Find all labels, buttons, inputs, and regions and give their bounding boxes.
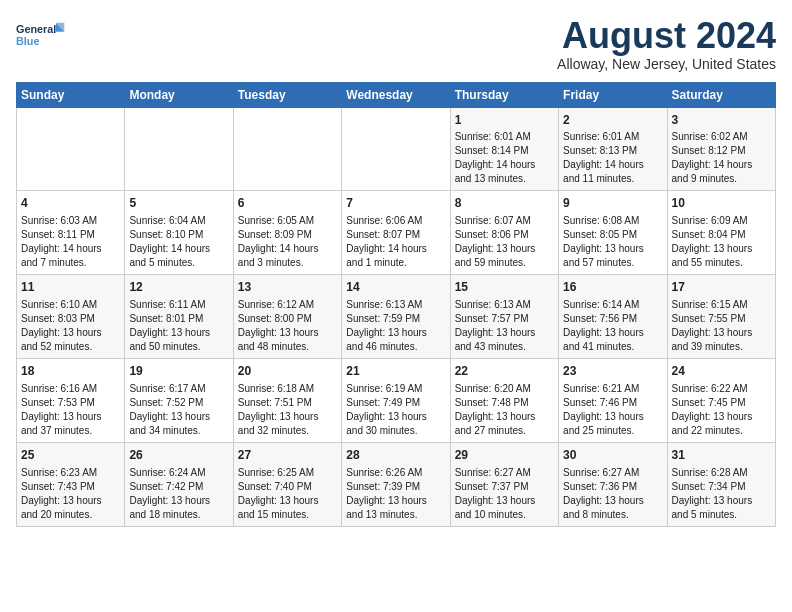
day-info-line: and 34 minutes. <box>129 424 228 438</box>
day-cell-15: 15Sunrise: 6:13 AMSunset: 7:57 PMDayligh… <box>450 275 558 359</box>
day-info-line: Sunset: 8:09 PM <box>238 228 337 242</box>
day-info-line: and 46 minutes. <box>346 340 445 354</box>
day-cell-3: 3Sunrise: 6:02 AMSunset: 8:12 PMDaylight… <box>667 107 775 191</box>
day-cell-26: 26Sunrise: 6:24 AMSunset: 7:42 PMDayligh… <box>125 442 233 526</box>
day-info-line: Daylight: 13 hours <box>238 494 337 508</box>
day-info-line: Daylight: 13 hours <box>21 494 120 508</box>
day-info-line: and 3 minutes. <box>238 256 337 270</box>
day-cell-11: 11Sunrise: 6:10 AMSunset: 8:03 PMDayligh… <box>17 275 125 359</box>
day-info-line: Sunset: 7:59 PM <box>346 312 445 326</box>
day-info-line: Daylight: 13 hours <box>129 326 228 340</box>
day-cell-4: 4Sunrise: 6:03 AMSunset: 8:11 PMDaylight… <box>17 191 125 275</box>
day-info-line: Sunrise: 6:10 AM <box>21 298 120 312</box>
day-number: 7 <box>346 195 445 212</box>
day-number: 5 <box>129 195 228 212</box>
day-info-line: Sunset: 7:40 PM <box>238 480 337 494</box>
day-cell-20: 20Sunrise: 6:18 AMSunset: 7:51 PMDayligh… <box>233 358 341 442</box>
day-info-line: and 7 minutes. <box>21 256 120 270</box>
day-info-line: Sunrise: 6:15 AM <box>672 298 771 312</box>
day-info-line: and 5 minutes. <box>672 508 771 522</box>
day-info-line: Sunset: 8:05 PM <box>563 228 662 242</box>
day-cell-9: 9Sunrise: 6:08 AMSunset: 8:05 PMDaylight… <box>559 191 667 275</box>
day-info-line: Sunset: 8:04 PM <box>672 228 771 242</box>
day-info-line: Sunrise: 6:11 AM <box>129 298 228 312</box>
day-info-line: Daylight: 14 hours <box>346 242 445 256</box>
day-number: 13 <box>238 279 337 296</box>
svg-text:Blue: Blue <box>16 35 39 47</box>
day-info-line: Sunrise: 6:17 AM <box>129 382 228 396</box>
day-cell-29: 29Sunrise: 6:27 AMSunset: 7:37 PMDayligh… <box>450 442 558 526</box>
day-info-line: Daylight: 13 hours <box>563 410 662 424</box>
day-info-line: Daylight: 13 hours <box>455 242 554 256</box>
weekday-header-sunday: Sunday <box>17 82 125 107</box>
day-cell-empty <box>125 107 233 191</box>
day-info-line: Sunrise: 6:18 AM <box>238 382 337 396</box>
day-number: 1 <box>455 112 554 129</box>
day-info-line: Daylight: 14 hours <box>21 242 120 256</box>
week-row-4: 18Sunrise: 6:16 AMSunset: 7:53 PMDayligh… <box>17 358 776 442</box>
day-number: 28 <box>346 447 445 464</box>
day-info-line: Sunrise: 6:16 AM <box>21 382 120 396</box>
day-number: 18 <box>21 363 120 380</box>
day-info-line: Sunrise: 6:28 AM <box>672 466 771 480</box>
day-number: 15 <box>455 279 554 296</box>
month-title: August 2024 <box>557 16 776 56</box>
day-info-line: and 9 minutes. <box>672 172 771 186</box>
week-row-5: 25Sunrise: 6:23 AMSunset: 7:43 PMDayligh… <box>17 442 776 526</box>
weekday-header-tuesday: Tuesday <box>233 82 341 107</box>
day-info-line: and 30 minutes. <box>346 424 445 438</box>
day-info-line: Sunset: 7:55 PM <box>672 312 771 326</box>
day-number: 3 <box>672 112 771 129</box>
day-info-line: Sunrise: 6:21 AM <box>563 382 662 396</box>
title-block: August 2024 Alloway, New Jersey, United … <box>557 16 776 72</box>
day-info-line: Sunset: 7:46 PM <box>563 396 662 410</box>
day-info-line: Sunrise: 6:07 AM <box>455 214 554 228</box>
day-info-line: and 59 minutes. <box>455 256 554 270</box>
day-info-line: Daylight: 13 hours <box>455 494 554 508</box>
day-info-line: Sunset: 7:39 PM <box>346 480 445 494</box>
day-cell-24: 24Sunrise: 6:22 AMSunset: 7:45 PMDayligh… <box>667 358 775 442</box>
day-cell-21: 21Sunrise: 6:19 AMSunset: 7:49 PMDayligh… <box>342 358 450 442</box>
day-info-line: Sunset: 8:06 PM <box>455 228 554 242</box>
day-info-line: Daylight: 13 hours <box>21 326 120 340</box>
day-info-line: Sunset: 8:00 PM <box>238 312 337 326</box>
day-cell-17: 17Sunrise: 6:15 AMSunset: 7:55 PMDayligh… <box>667 275 775 359</box>
day-info-line: Sunset: 7:36 PM <box>563 480 662 494</box>
day-number: 26 <box>129 447 228 464</box>
day-cell-8: 8Sunrise: 6:07 AMSunset: 8:06 PMDaylight… <box>450 191 558 275</box>
logo-svg: General Blue <box>16 16 66 56</box>
day-info-line: Sunset: 8:14 PM <box>455 144 554 158</box>
day-info-line: and 25 minutes. <box>563 424 662 438</box>
day-info-line: Sunset: 7:57 PM <box>455 312 554 326</box>
day-info-line: Daylight: 13 hours <box>672 326 771 340</box>
day-number: 22 <box>455 363 554 380</box>
day-info-line: Sunrise: 6:20 AM <box>455 382 554 396</box>
day-info-line: Sunset: 8:01 PM <box>129 312 228 326</box>
day-number: 20 <box>238 363 337 380</box>
day-number: 14 <box>346 279 445 296</box>
day-info-line: Sunrise: 6:03 AM <box>21 214 120 228</box>
day-info-line: Sunset: 7:52 PM <box>129 396 228 410</box>
day-info-line: and 27 minutes. <box>455 424 554 438</box>
day-cell-1: 1Sunrise: 6:01 AMSunset: 8:14 PMDaylight… <box>450 107 558 191</box>
day-info-line: and 41 minutes. <box>563 340 662 354</box>
day-info-line: Sunset: 8:10 PM <box>129 228 228 242</box>
day-cell-5: 5Sunrise: 6:04 AMSunset: 8:10 PMDaylight… <box>125 191 233 275</box>
day-info-line: and 8 minutes. <box>563 508 662 522</box>
weekday-header-friday: Friday <box>559 82 667 107</box>
day-info-line: Sunset: 8:03 PM <box>21 312 120 326</box>
day-cell-19: 19Sunrise: 6:17 AMSunset: 7:52 PMDayligh… <box>125 358 233 442</box>
day-info-line: Sunset: 7:48 PM <box>455 396 554 410</box>
day-info-line: Daylight: 13 hours <box>455 410 554 424</box>
day-info-line: Sunrise: 6:27 AM <box>563 466 662 480</box>
day-cell-7: 7Sunrise: 6:06 AMSunset: 8:07 PMDaylight… <box>342 191 450 275</box>
day-info-line: and 18 minutes. <box>129 508 228 522</box>
day-number: 31 <box>672 447 771 464</box>
day-info-line: Sunrise: 6:23 AM <box>21 466 120 480</box>
calendar-container: General Blue August 2024 Alloway, New Je… <box>0 0 792 535</box>
day-info-line: Sunrise: 6:09 AM <box>672 214 771 228</box>
day-info-line: Daylight: 14 hours <box>455 158 554 172</box>
day-info-line: and 57 minutes. <box>563 256 662 270</box>
day-info-line: and 22 minutes. <box>672 424 771 438</box>
day-info-line: Sunrise: 6:14 AM <box>563 298 662 312</box>
